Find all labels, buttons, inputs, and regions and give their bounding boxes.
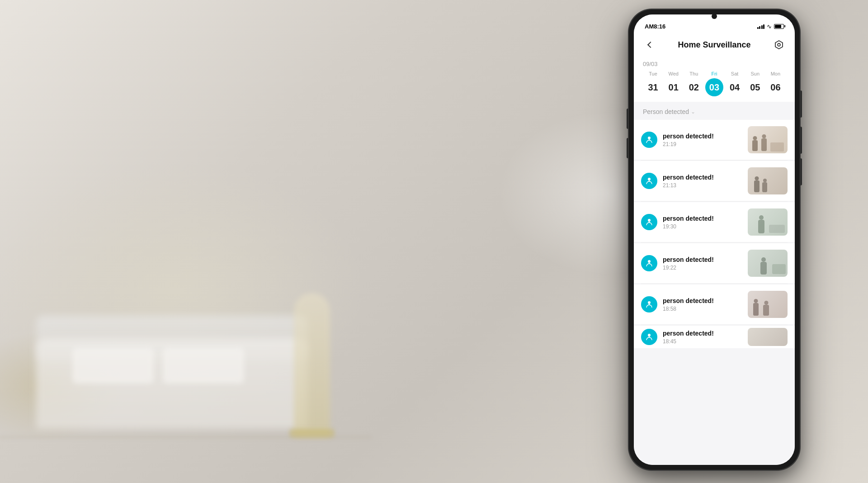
thumb-scene-4 [748,250,788,277]
hexagon-icon [774,40,784,50]
person-detected-icon [645,259,653,267]
svg-point-7 [649,222,650,223]
event-info-3: person detected! 19:30 [663,215,742,230]
event-icon-3 [641,214,657,230]
event-item-1[interactable]: person detected! 21:19 [634,120,795,160]
calendar-day-thu02[interactable]: Thu 02 [685,71,703,96]
person-detected-icon [645,218,653,226]
event-list: person detected! 21:19 [634,120,795,348]
svg-point-12 [648,334,651,336]
sofa-cushion-right [163,347,244,384]
separator-1 [641,160,788,161]
event-icon-1 [641,132,657,148]
day-num: 04 [726,78,744,96]
svg-point-5 [649,180,650,182]
separator-3 [641,242,788,243]
svg-point-13 [649,336,650,338]
calendar-day-sun05[interactable]: Sun 05 [746,71,764,96]
back-button[interactable] [643,38,656,52]
event-thumb-5 [748,291,788,318]
event-info-1: person detected! 21:19 [663,133,742,147]
event-item-5[interactable]: person detected! 18:58 [634,284,795,324]
svg-marker-0 [775,41,783,49]
event-thumb-6 [748,328,788,346]
event-icon-2 [641,173,657,189]
event-title-6: person detected! [663,330,742,337]
settings-button[interactable] [772,38,786,52]
svg-point-10 [648,301,651,304]
event-info-4: person detected! 19:22 [663,256,742,271]
content-area: Person detected ⌄ [634,102,795,465]
event-thumb-1 [748,126,788,153]
event-item-3[interactable]: person detected! 19:30 [634,202,795,242]
filter-chevron-icon: ⌄ [691,109,695,115]
calendar-day-tue31[interactable]: Tue 31 [644,71,662,96]
event-time-5: 18:58 [663,306,742,312]
day-name: Wed [668,71,678,76]
status-icons: ∿ [757,23,784,30]
signal-icon [757,24,765,29]
svg-point-1 [778,43,780,46]
event-title-5: person detected! [663,297,742,304]
event-title-3: person detected! [663,215,742,222]
event-time-4: 19:22 [663,265,742,271]
day-num: 05 [746,78,764,96]
thumb-scene-1 [748,126,788,153]
status-time: AM8:16 [645,23,665,30]
date-section: 09/03 Tue 31 Wed 01 Thu 02 [634,57,795,102]
separator-2 [641,201,788,202]
event-thumb-3 [748,208,788,236]
filter-label[interactable]: Person detected ⌄ [643,108,695,115]
event-thumb-2 [748,167,788,194]
event-thumb-4 [748,250,788,277]
day-name: Mon [771,71,780,76]
svg-point-11 [649,304,650,305]
camera-notch [712,14,717,19]
day-name: Fri [712,71,717,76]
event-time-1: 21:19 [663,141,742,147]
thumb-scene-5 [748,291,788,318]
phone-outer: AM8:16 ∿ [628,9,800,470]
wifi-icon: ∿ [767,23,772,30]
event-time-6: 18:45 [663,338,742,345]
event-info-5: person detected! 18:58 [663,297,742,312]
person-detected-icon [645,333,653,341]
day-num: 02 [685,78,703,96]
floor-line [0,436,371,438]
svg-point-4 [648,178,651,180]
event-info-2: person detected! 21:13 [663,174,742,189]
event-title-1: person detected! [663,133,742,140]
calendar-day-mon06[interactable]: Mon 06 [766,71,784,96]
event-item-6-partial[interactable]: person detected! 18:45 [634,326,795,348]
date-label: 09/03 [643,61,786,67]
calendar-day-fri03[interactable]: Fri 03 [705,71,723,96]
event-icon-6 [641,329,657,345]
event-item-4[interactable]: person detected! 19:22 [634,243,795,283]
separator-4 [641,284,788,284]
day-num: 06 [766,78,784,96]
svg-point-6 [648,219,651,222]
app-header: Home Surveillance [634,34,795,57]
day-num: 03 [705,78,723,96]
day-num: 01 [665,78,683,96]
event-title-2: person detected! [663,174,742,181]
event-time-3: 19:30 [663,223,742,230]
event-icon-4 [641,255,657,271]
event-info-6: person detected! 18:45 [663,330,742,345]
page-title: Home Surveillance [678,40,750,50]
event-time-2: 21:13 [663,182,742,189]
person-detected-icon [645,136,653,144]
event-item-2[interactable]: person detected! 21:13 [634,161,795,201]
sofa-cushion-left [72,347,154,384]
svg-point-9 [649,263,650,264]
thumb-scene-6 [748,328,788,346]
calendar-day-sat04[interactable]: Sat 04 [726,71,744,96]
separator-5 [641,325,788,325]
calendar-day-wed01[interactable]: Wed 01 [665,71,683,96]
battery-icon [774,24,784,29]
calendar-strip: Tue 31 Wed 01 Thu 02 Fri 03 [643,71,786,102]
thumb-scene-3 [748,208,788,236]
floor-lamp [294,293,330,438]
day-name: Tue [649,71,657,76]
filter-row[interactable]: Person detected ⌄ [634,102,795,120]
